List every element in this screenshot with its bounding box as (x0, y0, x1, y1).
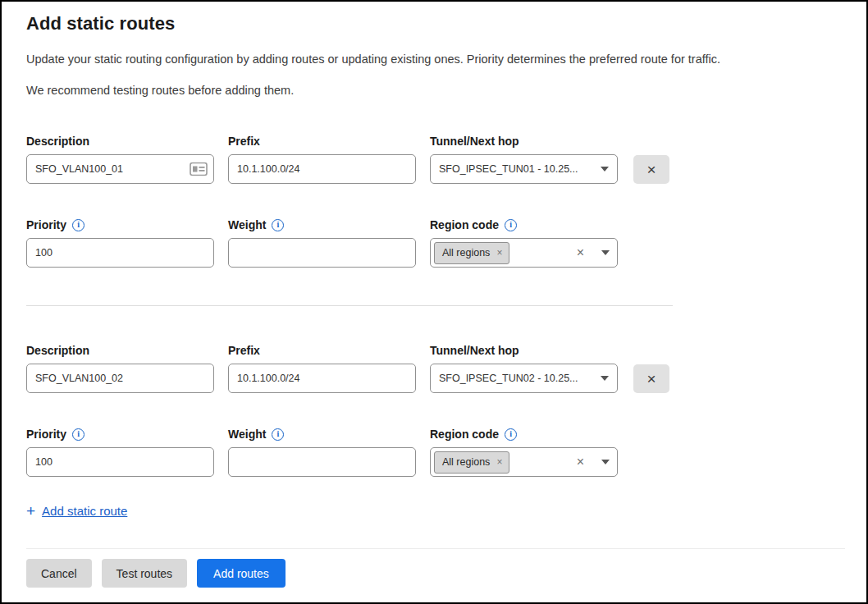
region-field-group: Region code i All regions × × (430, 218, 618, 268)
add-routes-button[interactable]: Add routes (197, 559, 286, 588)
prefix-label: Prefix (228, 135, 416, 148)
contact-card-icon (190, 162, 208, 176)
weight-input[interactable] (228, 447, 416, 477)
cancel-button[interactable]: Cancel (26, 559, 92, 588)
chevron-down-icon (601, 250, 610, 255)
footer-divider (26, 548, 845, 549)
tunnel-label: Tunnel/Next hop (430, 135, 618, 148)
region-tag-label: All regions (442, 247, 490, 259)
prefix-label: Prefix (228, 344, 416, 357)
priority-field-group: Priority i (26, 218, 214, 268)
priority-label: Priority (26, 428, 66, 441)
chevron-down-icon (601, 376, 609, 381)
info-icon[interactable]: i (272, 219, 284, 231)
region-tag-chip: All regions × (434, 451, 509, 474)
region-tag-label: All regions (442, 456, 490, 468)
info-icon[interactable]: i (505, 219, 517, 231)
tunnel-field-group: Tunnel/Next hop SFO_IPSEC_TUN02 - 10.25.… (430, 344, 618, 393)
route-entry-1: Description Prefix Tunne (26, 135, 842, 268)
tunnel-select[interactable]: SFO_IPSEC_TUN02 - 10.25... (430, 364, 618, 393)
description-label: Description (26, 344, 214, 357)
tunnel-select[interactable]: SFO_IPSEC_TUN01 - 10.25... (430, 154, 618, 184)
test-routes-button[interactable]: Test routes (102, 559, 187, 588)
tunnel-select-value: SFO_IPSEC_TUN02 - 10.25... (439, 373, 594, 384)
info-icon[interactable]: i (72, 428, 85, 441)
region-tag-chip: All regions × (434, 242, 509, 264)
prefix-input[interactable] (228, 154, 416, 184)
dialog-note: We recommend testing routes before addin… (26, 84, 842, 97)
priority-field-group: Priority i (26, 428, 214, 477)
add-static-route-link[interactable]: Add static route (42, 504, 127, 518)
description-field-group: Description (26, 135, 214, 184)
page-title: Add static routes (26, 13, 842, 34)
tag-remove-icon[interactable]: × (496, 248, 502, 258)
prefix-field-group: Prefix (228, 135, 416, 184)
route-entry-2: Description Prefix Tunnel/Next hop SFO_I… (26, 344, 842, 477)
remove-route-button[interactable]: × (633, 155, 669, 184)
weight-field-group: Weight i (228, 428, 416, 477)
entry-divider (26, 305, 673, 306)
description-field-group: Description (26, 344, 214, 393)
prefix-input[interactable] (228, 364, 416, 393)
region-multiselect[interactable]: All regions × × (430, 238, 618, 268)
description-label: Description (26, 135, 214, 148)
info-icon[interactable]: i (505, 428, 517, 441)
region-label: Region code (430, 218, 499, 231)
tag-remove-icon[interactable]: × (496, 457, 502, 467)
description-input[interactable] (26, 364, 214, 393)
weight-label: Weight (228, 428, 266, 441)
tunnel-field-group: Tunnel/Next hop SFO_IPSEC_TUN01 - 10.25.… (430, 135, 618, 184)
info-icon[interactable]: i (72, 219, 85, 231)
tunnel-select-value: SFO_IPSEC_TUN01 - 10.25... (439, 163, 594, 175)
priority-label: Priority (26, 218, 66, 231)
prefix-field-group: Prefix (228, 344, 416, 393)
x-icon: × (646, 161, 656, 179)
add-static-route-row: + Add static route (26, 503, 842, 519)
dialog-description: Update your static routing configuration… (26, 53, 842, 66)
tunnel-label: Tunnel/Next hop (430, 344, 618, 357)
clear-icon[interactable]: × (577, 246, 584, 259)
remove-route-button[interactable]: × (633, 364, 669, 393)
region-multiselect[interactable]: All regions × × (430, 447, 618, 477)
weight-label: Weight (228, 218, 266, 231)
region-label: Region code (430, 428, 499, 441)
chevron-down-icon (601, 167, 609, 172)
weight-field-group: Weight i (228, 218, 416, 268)
chevron-down-icon (601, 460, 610, 464)
info-icon[interactable]: i (272, 428, 284, 441)
plus-icon: + (26, 503, 35, 519)
add-static-routes-dialog: Add static routes Update your static rou… (2, 2, 866, 588)
x-icon: × (646, 370, 656, 388)
region-field-group: Region code i All regions × × (430, 428, 618, 477)
priority-input[interactable] (26, 447, 214, 477)
description-input[interactable] (26, 154, 214, 184)
weight-input[interactable] (228, 238, 416, 268)
clear-icon[interactable]: × (577, 455, 584, 469)
priority-input[interactable] (26, 238, 214, 268)
footer-actions: Cancel Test routes Add routes (26, 559, 842, 588)
